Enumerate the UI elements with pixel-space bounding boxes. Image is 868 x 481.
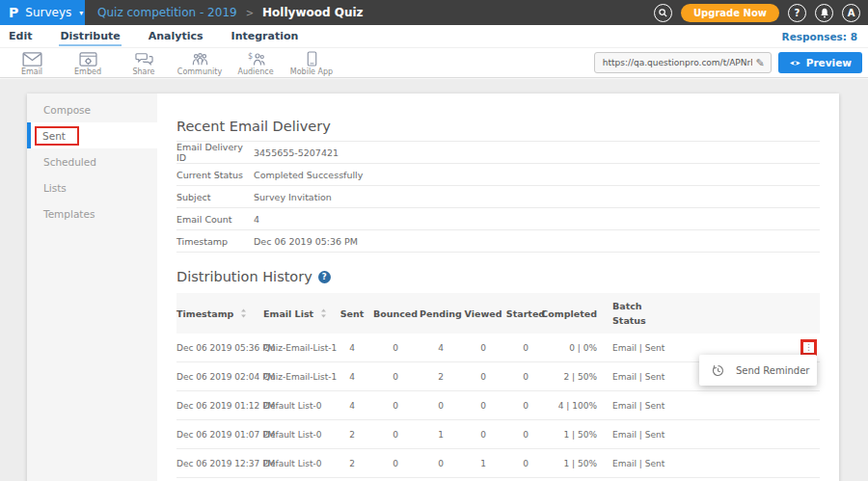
- detail-label: Email Delivery ID: [176, 142, 254, 163]
- detail-value: Survey Invitation: [254, 192, 332, 202]
- table-cell: 0: [420, 401, 462, 411]
- column-header-label: Completed: [541, 308, 597, 319]
- table-cell: 0: [462, 430, 504, 440]
- column-header-bounced: Bounced: [371, 308, 420, 319]
- breadcrumb-parent[interactable]: Quiz competition - 2019: [97, 6, 237, 19]
- table-cell-value: Quiz-Email-List-1: [263, 343, 337, 353]
- email-icon: [22, 52, 42, 67]
- table-cell-value: 0: [438, 459, 444, 468]
- toolbar-item-mobile-app[interactable]: Mobile App: [284, 50, 339, 76]
- toolbar-item-community[interactable]: Community: [172, 50, 228, 76]
- table-cell-value: 0: [480, 343, 486, 353]
- table-cell: 0: [462, 401, 504, 411]
- table-cell: 2: [333, 430, 371, 440]
- detail-label: Current Status: [176, 170, 254, 180]
- table-cell: Dec 06 2019 01:07 PM: [176, 430, 263, 440]
- question-mark-icon: ?: [795, 8, 800, 18]
- column-header-viewed: Viewed: [462, 308, 504, 319]
- breadcrumb-current: Hollywood Quiz: [262, 6, 364, 19]
- sidebar-item-label: Lists: [43, 182, 67, 194]
- responses-count: Responses: 8: [782, 31, 860, 42]
- table-cell-value: Dec 06 2019 01:07 PM: [176, 430, 275, 440]
- sort-icon[interactable]: [320, 308, 327, 318]
- questionpro-logo: P: [9, 5, 18, 20]
- sidebar-item-scheduled[interactable]: Scheduled: [27, 148, 157, 174]
- toolbar-item-share[interactable]: Share: [116, 50, 172, 76]
- table-cell-value: 1: [480, 459, 486, 468]
- annotation-box-sent: Sent: [35, 126, 79, 146]
- toolbar-item-label: Share: [132, 67, 154, 76]
- breadcrumb-separator-icon: >: [246, 8, 254, 18]
- svg-text:$: $: [248, 52, 253, 61]
- table-row: Dec 06 2019 01:07 PMDefault List-0201001…: [176, 420, 820, 449]
- sidebar-item-sent[interactable]: Sent: [27, 122, 157, 148]
- table-cell-value: Quiz-Email-List-1: [263, 372, 337, 382]
- sort-icon[interactable]: [240, 308, 247, 318]
- detail-label: Subject: [176, 192, 254, 202]
- toolbar-item-label: Audience: [237, 67, 273, 76]
- active-indicator-bar: [27, 122, 31, 148]
- table-cell-value: Email | Sent: [612, 459, 665, 468]
- help-button[interactable]: ?: [788, 4, 806, 22]
- table-cell: 4 | 100%: [547, 401, 597, 411]
- column-header-timestamp: Timestamp: [176, 308, 263, 319]
- table-cell-value: Email | Sent: [612, 343, 665, 353]
- survey-url-box: ✎: [594, 52, 772, 73]
- product-menu-label: Surveys: [25, 6, 71, 19]
- table-cell: 4: [420, 343, 462, 353]
- column-header-label: Batch Status: [612, 299, 653, 328]
- toolbar-item-email[interactable]: Email: [4, 50, 60, 76]
- table-cell: Dec 06 2019 12:37 PM: [176, 459, 263, 468]
- table-cell-value: 0: [393, 372, 398, 382]
- toolbar-item-audience[interactable]: $Audience: [228, 50, 284, 76]
- context-menu: Send Reminder: [699, 355, 817, 386]
- detail-row-timestamp: TimestampDec 06 2019 05:36 PM: [176, 229, 820, 252]
- table-cell-value: 1 | 50%: [564, 459, 597, 468]
- tab-analytics[interactable]: Analytics: [148, 26, 204, 46]
- table-cell-value: 0: [393, 343, 398, 353]
- tab-edit[interactable]: Edit: [8, 26, 33, 46]
- detail-row-email-delivery-id: Email Delivery ID3455655-5207421: [176, 141, 820, 163]
- table-cell: 4: [333, 401, 371, 411]
- table-cell: 2: [333, 459, 371, 468]
- preview-button[interactable]: Preview: [778, 52, 862, 73]
- survey-url-input[interactable]: [603, 58, 752, 67]
- sidebar-item-lists[interactable]: Lists: [27, 174, 157, 200]
- table-cell: Quiz-Email-List-1: [263, 343, 333, 353]
- send-reminder-menu-item[interactable]: Send Reminder: [699, 355, 817, 386]
- upgrade-now-button[interactable]: Upgrade Now: [681, 4, 779, 22]
- notifications-button[interactable]: [815, 4, 833, 22]
- audience-icon: $: [246, 52, 265, 67]
- table-cell: 0: [504, 430, 547, 440]
- toolbar-item-label: Mobile App: [290, 67, 333, 76]
- table-cell: 0: [504, 401, 547, 411]
- product-menu[interactable]: P Surveys ▾: [0, 0, 85, 25]
- tab-integration[interactable]: Integration: [231, 26, 300, 46]
- search-button[interactable]: [654, 4, 672, 22]
- distribute-sidebar: ComposeSentScheduledListsTemplates: [27, 94, 157, 481]
- column-header-pending: Pending: [420, 308, 462, 319]
- avatar-letter: A: [848, 8, 855, 18]
- table-row: Dec 06 2019 12:37 PMDefault List-0200101…: [176, 449, 820, 478]
- detail-row-email-count: Email Count4: [176, 207, 820, 229]
- table-cell-value: 0: [438, 401, 444, 411]
- table-cell-value: 1: [438, 430, 444, 440]
- more-actions-icon[interactable]: ⋮: [804, 343, 813, 352]
- distribution-history-title: Distribution History: [176, 269, 312, 284]
- table-cell-value: 0: [523, 430, 529, 440]
- sidebar-item-compose[interactable]: Compose: [27, 96, 157, 122]
- column-header-label: Timestamp: [176, 308, 233, 319]
- edit-pencil-icon[interactable]: ✎: [756, 57, 765, 69]
- tab-distribute[interactable]: Distribute: [59, 26, 121, 46]
- toolbar-item-embed[interactable]: Embed: [60, 50, 116, 76]
- table-cell-value: Default List-0: [263, 401, 321, 411]
- sidebar-item-templates[interactable]: Templates: [27, 200, 157, 227]
- table-cell-value: 2: [349, 459, 355, 468]
- column-header-label: Email List: [263, 308, 313, 319]
- detail-row-subject: SubjectSurvey Invitation: [176, 185, 820, 207]
- help-circle-icon[interactable]: ?: [318, 271, 331, 283]
- detail-value: 3455655-5207421: [254, 147, 339, 158]
- account-avatar[interactable]: A: [842, 4, 860, 22]
- detail-value: 4: [254, 214, 259, 225]
- column-header-label: Started: [506, 308, 545, 319]
